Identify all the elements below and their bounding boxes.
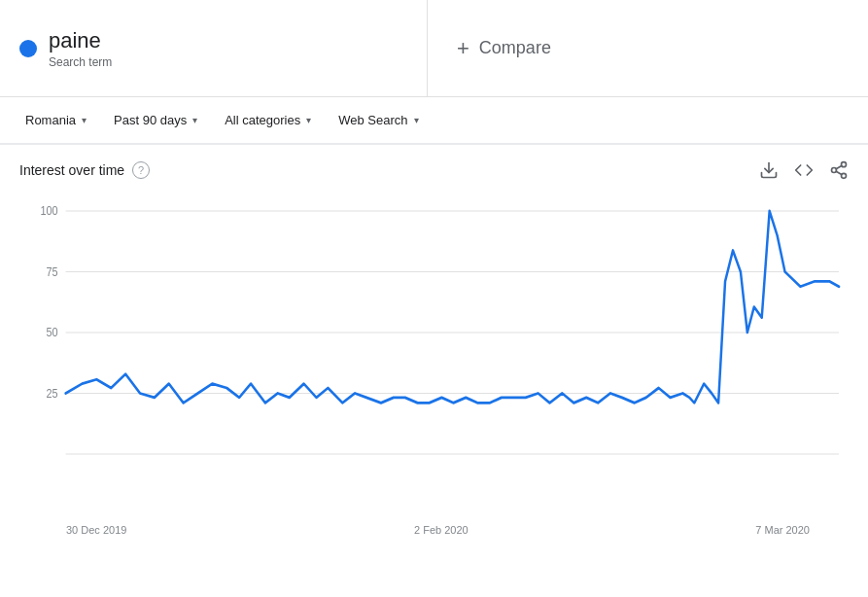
time-range-filter[interactable]: Past 90 days ▾: [104, 107, 207, 133]
category-filter[interactable]: All categories ▾: [215, 107, 321, 133]
region-chevron-icon: ▾: [82, 115, 87, 125]
chart-header: Interest over time ?: [19, 160, 849, 180]
search-term-label: Search term: [49, 55, 112, 69]
trend-line: [66, 211, 839, 403]
chart-section: Interest over time ?: [0, 145, 868, 536]
svg-line-4: [836, 171, 842, 174]
chart-title-group: Interest over time ?: [19, 161, 150, 179]
compare-plus-icon: +: [457, 36, 469, 61]
chart-actions: [759, 160, 849, 180]
term-color-dot: [19, 40, 37, 57]
svg-text:75: 75: [47, 265, 58, 278]
x-axis-labels: 30 Dec 2019 2 Feb 2020 7 Mar 2020: [19, 520, 849, 536]
category-filter-label: All categories: [225, 113, 300, 127]
x-label-2: 2 Feb 2020: [414, 524, 469, 536]
header: paine Search term + Compare: [0, 0, 868, 97]
compare-section[interactable]: + Compare: [428, 0, 580, 96]
category-chevron-icon: ▾: [306, 115, 311, 125]
time-range-chevron-icon: ▾: [192, 115, 197, 125]
search-type-filter-label: Web Search: [338, 113, 407, 127]
search-term-name: paine: [49, 28, 112, 53]
x-label-3: 7 Mar 2020: [755, 524, 810, 536]
search-type-filter[interactable]: Web Search ▾: [329, 107, 428, 133]
svg-line-5: [836, 165, 842, 168]
region-filter[interactable]: Romania ▾: [16, 107, 96, 133]
search-term-section: paine Search term: [0, 0, 428, 96]
share-icon[interactable]: [829, 160, 849, 180]
svg-text:100: 100: [40, 205, 57, 218]
compare-label: Compare: [479, 38, 551, 58]
svg-text:25: 25: [47, 387, 58, 400]
region-filter-label: Romania: [25, 113, 76, 127]
chart-svg: 100 75 50 25: [19, 190, 849, 520]
x-label-1: 30 Dec 2019: [66, 524, 126, 536]
chart-title: Interest over time: [19, 162, 124, 178]
chart-container: 100 75 50 25: [19, 190, 849, 520]
filters-bar: Romania ▾ Past 90 days ▾ All categories …: [0, 97, 868, 145]
embed-icon[interactable]: [794, 160, 814, 180]
search-term-text: paine Search term: [49, 28, 112, 69]
help-icon[interactable]: ?: [132, 161, 150, 179]
svg-text:50: 50: [47, 327, 58, 339]
time-range-filter-label: Past 90 days: [114, 113, 187, 127]
download-icon[interactable]: [759, 160, 779, 180]
search-type-chevron-icon: ▾: [414, 115, 419, 125]
